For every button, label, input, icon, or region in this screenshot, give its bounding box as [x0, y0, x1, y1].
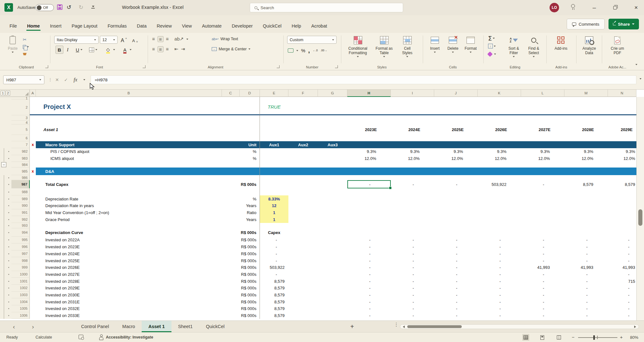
cell-N988[interactable] — [608, 188, 636, 195]
redo-icon[interactable]: ↻ — [79, 4, 83, 11]
cell-E2[interactable]: TRUE — [260, 99, 288, 115]
zoom-out-button[interactable]: − — [572, 334, 575, 340]
cell-H998[interactable]: - — [347, 257, 391, 264]
comma-style-button[interactable]: , — [308, 47, 310, 54]
cell-H996[interactable]: - — [347, 244, 391, 250]
macro-recording-icon[interactable] — [79, 335, 83, 339]
cell-M995[interactable]: - — [564, 237, 608, 244]
lightbulb-icon[interactable] — [571, 4, 575, 8]
cell-K984[interactable] — [478, 162, 521, 168]
cell-A993[interactable] — [30, 223, 36, 228]
cell-I990[interactable] — [391, 202, 434, 209]
decrease-indent-icon[interactable]: ⇤ — [174, 46, 178, 52]
cell-A1[interactable] — [30, 97, 36, 99]
normal-view-button[interactable] — [522, 334, 529, 341]
cell-I998[interactable]: - — [391, 257, 434, 264]
cell-F1[interactable] — [288, 97, 318, 99]
row-header-994[interactable]: 994 — [11, 228, 30, 237]
scroll-right-icon[interactable] — [634, 326, 636, 328]
cell-B995[interactable]: Invested on 2022A — [36, 237, 222, 244]
cell-N997[interactable]: - — [608, 250, 636, 257]
column-header-G[interactable]: G — [318, 90, 347, 97]
cell-G995[interactable] — [318, 237, 347, 244]
cell-CD991[interactable]: Ratio — [222, 209, 260, 216]
cell-CD994[interactable]: R$ 000s — [222, 228, 260, 237]
cell-B1003[interactable]: Invested on 2030E — [36, 292, 222, 299]
insert-function-button[interactable]: fx — [72, 76, 79, 84]
cell-M989[interactable] — [564, 195, 608, 202]
cell-L992[interactable] — [521, 216, 564, 223]
cell-J987[interactable]: - — [434, 180, 478, 188]
clear-button[interactable] — [488, 51, 496, 57]
cell-H999[interactable]: - — [347, 264, 391, 271]
cell-CD985[interactable] — [222, 168, 260, 175]
sheet-tab-control-panel[interactable]: Control Panel — [74, 321, 116, 332]
sheet-options-icon[interactable]: ⋮ — [394, 323, 399, 326]
cell-M1005[interactable]: - — [564, 305, 608, 312]
cell-E987[interactable] — [260, 180, 288, 188]
cell-CD998[interactable]: R$ 000s — [222, 257, 260, 264]
cell-K998[interactable]: - — [478, 257, 521, 264]
row-header-983[interactable]: 983 — [11, 155, 30, 162]
cell-A989[interactable] — [30, 195, 36, 202]
cell-CD1001[interactable]: R$ 000s — [222, 278, 260, 285]
cell-N989[interactable] — [608, 195, 636, 202]
cell-F998[interactable] — [288, 257, 318, 264]
cell-N4[interactable] — [608, 121, 636, 124]
cell-N3[interactable] — [608, 115, 636, 121]
name-box[interactable]: H987 — [3, 75, 44, 84]
cell-H991[interactable] — [347, 209, 391, 216]
cell-B991[interactable]: Mid Year Convention (1=off ; 2=on) — [36, 209, 222, 216]
cell-N994[interactable] — [608, 228, 636, 237]
sheet-tab-quickcel[interactable]: QuickCel — [199, 321, 231, 332]
cell-M991[interactable] — [564, 209, 608, 216]
cell-H988[interactable] — [347, 188, 391, 195]
cell-I993[interactable] — [391, 223, 434, 228]
cell-B990[interactable]: Depreciation Rate in years — [36, 202, 222, 209]
cell-H989[interactable] — [347, 195, 391, 202]
cell-K999[interactable]: - — [478, 264, 521, 271]
cell-N986[interactable] — [608, 175, 636, 180]
cell-L998[interactable]: - — [521, 257, 564, 264]
cell-I983[interactable]: 12.0% — [391, 155, 434, 162]
cell-J996[interactable]: - — [434, 244, 478, 250]
cell-E998[interactable]: - — [260, 257, 288, 264]
copy-button[interactable] — [23, 43, 29, 50]
cell-F1003[interactable] — [288, 292, 318, 299]
clipboard-dialog-launcher[interactable] — [45, 65, 48, 68]
cell-K982[interactable]: 9.3% — [478, 148, 521, 155]
cell-J995[interactable]: - — [434, 237, 478, 244]
calculate-status[interactable]: Calculate — [35, 335, 52, 339]
cell-F1000[interactable] — [288, 271, 318, 278]
cell-H1006[interactable]: - — [347, 312, 391, 319]
cell-CD987[interactable]: R$ 000s — [222, 180, 260, 188]
cell-J997[interactable]: - — [434, 250, 478, 257]
cell-I996[interactable]: - — [391, 244, 434, 250]
new-sheet-button[interactable]: + — [348, 322, 356, 331]
cell-N5[interactable]: 2029E — [608, 124, 636, 135]
cell-J7[interactable] — [434, 141, 478, 148]
cell-A992[interactable] — [30, 216, 36, 223]
column-header-L[interactable]: L — [521, 90, 564, 97]
font-family-select[interactable]: Itau Display — [54, 36, 99, 44]
cell-M983[interactable]: 12.0% — [564, 155, 608, 162]
cell-N1002[interactable]: - — [608, 285, 636, 292]
cell-L996[interactable]: - — [521, 244, 564, 250]
wrap-text-button[interactable]: ab↩ Wrap Text — [212, 37, 238, 41]
cell-I985[interactable] — [391, 168, 434, 175]
row-header-999[interactable]: 999 — [11, 264, 30, 271]
confirm-entry-button[interactable]: ✓ — [62, 76, 70, 84]
cell-E983[interactable] — [260, 155, 288, 162]
cell-L1003[interactable]: - — [521, 292, 564, 299]
cell-F994[interactable] — [288, 228, 318, 237]
cell-E6[interactable] — [260, 135, 288, 141]
cell-J985[interactable] — [434, 168, 478, 175]
cell-A998[interactable] — [30, 257, 36, 264]
cell-H995[interactable]: - — [347, 237, 391, 244]
cell-G997[interactable] — [318, 250, 347, 257]
cell-J994[interactable] — [434, 228, 478, 237]
horizontal-scrollbar[interactable] — [400, 324, 639, 329]
cell-F989[interactable] — [288, 195, 318, 202]
cell-A997[interactable] — [30, 250, 36, 257]
cell-H990[interactable] — [347, 202, 391, 209]
